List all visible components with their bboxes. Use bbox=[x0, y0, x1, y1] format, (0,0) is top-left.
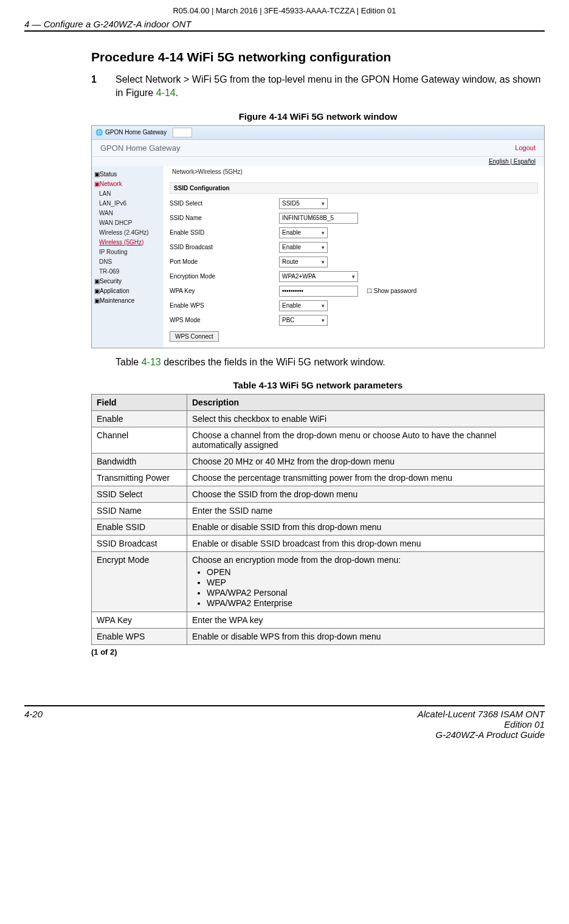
cell-description: Choose the percentage transmitting power… bbox=[187, 470, 545, 486]
enable-wps-dropdown[interactable]: Enable▾ bbox=[279, 300, 328, 311]
post-fig-a: Table bbox=[116, 357, 142, 367]
ssid-name-input[interactable]: INFINITUM658B_5 bbox=[279, 213, 358, 224]
table-row: EnableSelect this checkbox to enable WiF… bbox=[92, 411, 545, 427]
cell-field: Transmitting Power bbox=[92, 470, 187, 486]
cell-description: Enter the SSID name bbox=[187, 503, 545, 519]
running-head: 4 — Configure a G-240WZ-A indoor ONT bbox=[24, 19, 545, 32]
table-row: SSID SelectChoose the SSID from the drop… bbox=[92, 486, 545, 503]
figure-screenshot: 🌐 GPON Home Gateway GPON Home Gateway Lo… bbox=[91, 125, 545, 348]
step-1: 1 Select Network > WiFi 5G from the top-… bbox=[91, 73, 545, 100]
list-item: OPEN bbox=[207, 567, 539, 577]
cell-field: Encrypt Mode bbox=[92, 552, 187, 612]
new-tab-icon[interactable] bbox=[173, 128, 192, 137]
chevron-down-icon: ▾ bbox=[322, 303, 325, 309]
chevron-down-icon: ▾ bbox=[322, 317, 325, 323]
th-field: Field bbox=[92, 395, 187, 411]
port-mode-label: Port Mode bbox=[170, 258, 279, 265]
cell-description: Enter the WPA key bbox=[187, 612, 545, 629]
sidebar-item-wan[interactable]: WAN bbox=[94, 209, 161, 218]
browser-titlebar: 🌐 GPON Home Gateway bbox=[92, 126, 544, 140]
table-ref: 4-13 bbox=[142, 357, 161, 367]
cell-description: Enable or disable SSID from this drop-do… bbox=[187, 519, 545, 536]
cell-field: WPA Key bbox=[92, 612, 187, 629]
logout-link[interactable]: Logout bbox=[515, 144, 536, 151]
sidebar-item-lan-ipv6[interactable]: LAN_IPv6 bbox=[94, 199, 161, 209]
cell-field: SSID Select bbox=[92, 486, 187, 503]
cell-description: Choose an encryption mode from the drop-… bbox=[187, 552, 545, 612]
wps-connect-button[interactable]: WPS Connect bbox=[170, 331, 219, 342]
table-row: Enable SSIDEnable or disable SSID from t… bbox=[92, 519, 545, 536]
table-row: Transmitting PowerChoose the percentage … bbox=[92, 470, 545, 486]
sidebar-item-dns[interactable]: DNS bbox=[94, 257, 161, 267]
wps-mode-label: WPS Mode bbox=[170, 317, 279, 323]
cell-description: Select this checkbox to enable WiFi bbox=[187, 411, 545, 427]
lang-espanol[interactable]: Español bbox=[514, 158, 536, 165]
table-row: SSID NameEnter the SSID name bbox=[92, 503, 545, 519]
cell-description: Choose the SSID from the drop-down menu bbox=[187, 486, 545, 503]
sidebar-item-application[interactable]: ▣Application bbox=[94, 286, 161, 296]
plus-icon: ▣ bbox=[94, 278, 100, 284]
footer-page-number: 4-20 bbox=[24, 709, 43, 740]
sidebar-item-maintenance[interactable]: ▣Maintenance bbox=[94, 296, 161, 306]
chevron-down-icon: ▾ bbox=[322, 230, 325, 236]
encryption-mode-label: Encryption Mode bbox=[170, 273, 279, 280]
figure-ref: 4-14 bbox=[156, 88, 176, 98]
cell-description: Choose 20 MHz or 40 MHz from the drop-do… bbox=[187, 453, 545, 470]
chevron-down-icon: ▾ bbox=[322, 244, 325, 250]
footer-product-line: Alcatel-Lucent 7368 ISAM ONT bbox=[418, 709, 545, 719]
cell-description: Choose a channel from the drop-down menu… bbox=[187, 427, 545, 453]
ssid-name-label: SSID Name bbox=[170, 215, 279, 221]
enable-ssid-label: Enable SSID bbox=[170, 229, 279, 236]
page-footer: 4-20 Alcatel-Lucent 7368 ISAM ONT Editio… bbox=[24, 705, 545, 740]
sidebar-item-lan[interactable]: LAN bbox=[94, 189, 161, 199]
cell-field: SSID Broadcast bbox=[92, 536, 187, 552]
table-caption: Table 4-13 WiFi 5G network parameters bbox=[91, 380, 545, 390]
footer-guide: G-240WZ-A Product Guide bbox=[418, 729, 545, 740]
show-password-checkbox[interactable]: ☐ Show password bbox=[367, 288, 416, 294]
ssid-select-dropdown[interactable]: SSID5▾ bbox=[279, 198, 328, 209]
sidebar-item-tr069[interactable]: TR-069 bbox=[94, 267, 161, 277]
list-item: WPA/WPA2 Enterprise bbox=[207, 598, 539, 608]
sidebar-item-wireless-24[interactable]: Wireless (2.4GHz) bbox=[94, 228, 161, 238]
wpa-key-label: WPA Key bbox=[170, 288, 279, 294]
sidebar-item-ip-routing[interactable]: IP Routing bbox=[94, 247, 161, 257]
procedure-title: Procedure 4-14 WiFi 5G networking config… bbox=[91, 50, 545, 64]
plus-icon: ▣ bbox=[94, 297, 100, 304]
cell-field: Bandwidth bbox=[92, 453, 187, 470]
cell-field: Channel bbox=[92, 427, 187, 453]
tab-title: GPON Home Gateway bbox=[105, 129, 167, 136]
language-switch: English | Español bbox=[92, 157, 544, 166]
table-pager: (1 of 2) bbox=[91, 647, 545, 657]
list-item: WPA/WPA2 Personal bbox=[207, 588, 539, 598]
globe-icon: 🌐 bbox=[95, 129, 103, 136]
sidebar-item-security[interactable]: ▣Security bbox=[94, 277, 161, 286]
sidebar-item-wan-dhcp[interactable]: WAN DHCP bbox=[94, 218, 161, 228]
footer-edition: Edition 01 bbox=[418, 719, 545, 729]
sidebar-item-network[interactable]: ▣Network bbox=[94, 179, 161, 189]
step-text-b: . bbox=[176, 88, 178, 98]
sidebar-item-wireless-5[interactable]: Wireless (5GHz) bbox=[94, 238, 161, 247]
lang-english[interactable]: English bbox=[489, 158, 509, 165]
chevron-down-icon: ▾ bbox=[322, 201, 325, 207]
post-fig-b: describes the fields in the WiFi 5G netw… bbox=[161, 357, 385, 367]
ssid-broadcast-dropdown[interactable]: Enable▾ bbox=[279, 242, 328, 253]
enable-ssid-dropdown[interactable]: Enable▾ bbox=[279, 227, 328, 238]
port-mode-dropdown[interactable]: Route▾ bbox=[279, 257, 328, 267]
section-title: SSID Configuration bbox=[170, 182, 538, 194]
encryption-mode-dropdown[interactable]: WPA2+WPA▾ bbox=[279, 271, 358, 282]
ssid-broadcast-label: SSID Broadcast bbox=[170, 244, 279, 250]
th-description: Description bbox=[187, 395, 545, 411]
nav-sidebar: ▣Status ▣Network LAN LAN_IPv6 WAN WAN DH… bbox=[92, 166, 164, 348]
cell-field: Enable SSID bbox=[92, 519, 187, 536]
wpa-key-input[interactable]: •••••••••• bbox=[279, 286, 358, 297]
wps-mode-dropdown[interactable]: PBC▾ bbox=[279, 315, 328, 326]
cell-description: Enable or disable WPS from this drop-dow… bbox=[187, 629, 545, 645]
plus-icon: ▣ bbox=[94, 181, 100, 187]
page-brand: GPON Home Gateway bbox=[100, 143, 181, 153]
cell-description: Enable or disable SSID broadcast from th… bbox=[187, 536, 545, 552]
cell-field: Enable WPS bbox=[92, 629, 187, 645]
table-row: Encrypt ModeChoose an encryption mode fr… bbox=[92, 552, 545, 612]
table-row: SSID BroadcastEnable or disable SSID bro… bbox=[92, 536, 545, 552]
doc-meta: R05.04.00 | March 2016 | 3FE-45933-AAAA-… bbox=[24, 6, 545, 15]
step-text-a: Select Network > WiFi 5G from the top-le… bbox=[116, 74, 540, 98]
